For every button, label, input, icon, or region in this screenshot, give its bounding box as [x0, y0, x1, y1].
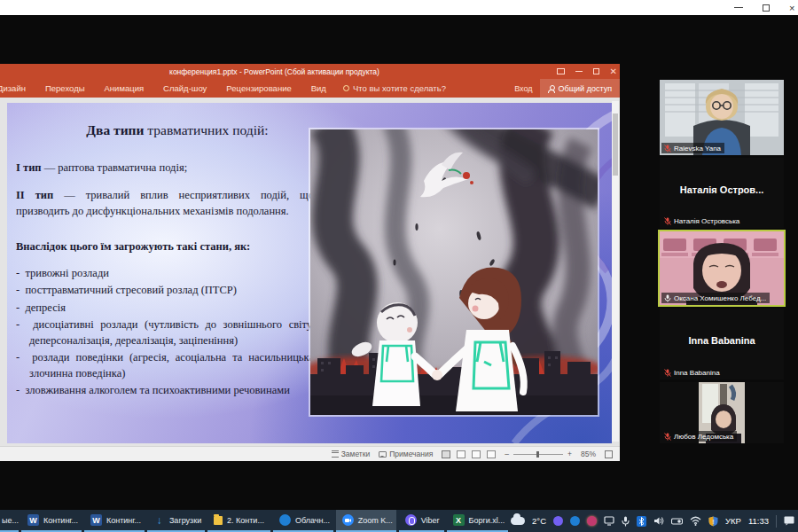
- powerpoint-status-bar: Заметки Примечания – + 85%: [0, 446, 620, 461]
- comments-icon: [379, 451, 387, 458]
- notes-icon: [332, 450, 339, 458]
- notes-button[interactable]: Заметки: [332, 450, 371, 458]
- viber-icon: [405, 514, 417, 526]
- powerpoint-ribbon-tabs: Дизайн Переходы Анимация Слайд-шоу Рецен…: [0, 79, 620, 98]
- sign-in-button[interactable]: Вход: [507, 84, 539, 93]
- participant-tile-ostrovska[interactable]: Наталія Остров... Наталія Островська: [660, 158, 784, 228]
- reading-view-icon[interactable]: [472, 450, 481, 458]
- window-restore-icon[interactable]: [763, 4, 770, 12]
- wifi-tray-icon[interactable]: [690, 516, 701, 526]
- security-shield-tray-icon[interactable]: !: [708, 516, 718, 527]
- word-icon: W: [90, 514, 102, 526]
- participant-tile-khomyshenko-active-speaker[interactable]: Оксана Хомишенко Лебед...: [660, 231, 784, 305]
- window-close-icon[interactable]: ×: [789, 3, 796, 13]
- pp-restore-icon[interactable]: [593, 68, 599, 74]
- participant-display-name: Наталія Остров...: [660, 184, 784, 195]
- window-minimize-icon[interactable]: [734, 7, 743, 8]
- pp-close-icon[interactable]: ✕: [610, 67, 617, 76]
- svg-text:!: !: [713, 518, 715, 524]
- tell-me-box[interactable]: Что вы хотите сделать?: [343, 83, 446, 93]
- participant-name-tag: Оксана Хомишенко Лебед...: [661, 293, 770, 303]
- powerpoint-window: конференция1.pptx - PowerPoint (Сбой акт…: [0, 64, 620, 461]
- app-tray-icon[interactable]: [587, 516, 597, 526]
- bullet-item: зловживання алкоголем та психоактивними …: [16, 383, 314, 399]
- participant-display-name: Inna Babanina: [660, 335, 784, 346]
- share-button[interactable]: Общий доступ: [540, 79, 620, 98]
- normal-view-icon[interactable]: [442, 450, 450, 458]
- taskbar-item-viber[interactable]: Viber: [399, 510, 444, 532]
- viber-tray-icon[interactable]: [553, 516, 563, 526]
- taskbar-item-folder[interactable]: 2. Конти...: [207, 510, 270, 532]
- slide-sorter-view-icon[interactable]: [457, 450, 466, 458]
- taskbar-item-word-2[interactable]: W Континг...: [84, 510, 145, 532]
- speaker-tray-icon[interactable]: [653, 516, 664, 526]
- clock[interactable]: 11:33: [748, 516, 769, 526]
- participant-name-tag: Inna Babanina: [661, 367, 724, 378]
- zoom-meeting-screen: × конференция1.pptx - PowerPoint (Сбой а…: [0, 0, 798, 532]
- tab-review[interactable]: Рецензирование: [216, 83, 301, 93]
- word-icon: W: [27, 514, 39, 526]
- mic-icon: [664, 294, 671, 302]
- taskbar-item-excel[interactable]: X Борги.xl...: [447, 510, 509, 532]
- taskbar-item-cut[interactable]: ые...: [0, 510, 19, 532]
- taskbar-item-word-1[interactable]: W Континг...: [21, 510, 82, 532]
- participant-name-tag: Наталія Островська: [661, 215, 743, 226]
- tray-separator: [776, 515, 777, 528]
- weather-temperature[interactable]: 2°C: [532, 516, 546, 526]
- excel-icon: X: [453, 514, 465, 526]
- person-icon: [548, 85, 555, 92]
- participant-name-tag: Raievska Yana: [661, 143, 724, 153]
- slide-paragraph-type2: ІІ тип — тривалий вплив несприятливих по…: [16, 187, 314, 219]
- tab-transitions[interactable]: Переходы: [35, 83, 95, 93]
- display-tray-icon[interactable]: [604, 516, 614, 526]
- bullet-item: дисоціативні розлади (чутливість до зовн…: [16, 317, 314, 348]
- outer-window-titlebar: ×: [0, 0, 798, 15]
- lightbulb-icon: [343, 85, 349, 91]
- muted-mic-icon: [664, 433, 671, 441]
- bluetooth-tray-icon[interactable]: [637, 516, 646, 527]
- zoom-slider[interactable]: [513, 454, 563, 455]
- taskbar-item-zoom-active[interactable]: Zoom K...: [336, 510, 396, 532]
- slide-editing-area: Два типи травматичних подій: І тип — рап…: [0, 98, 620, 446]
- notification-center-icon[interactable]: [784, 516, 794, 526]
- language-indicator[interactable]: УКР: [725, 516, 741, 526]
- bullet-item: депресія: [16, 301, 314, 317]
- participant-name-tag: Любов Ледомська: [661, 431, 737, 442]
- slideshow-view-icon[interactable]: [487, 450, 496, 458]
- taskbar-item-downloads[interactable]: ↓ Загрузки: [147, 510, 205, 532]
- weather-cloud-icon[interactable]: [511, 517, 525, 525]
- pp-minimize-icon[interactable]: [575, 71, 583, 72]
- tab-slideshow[interactable]: Слайд-шоу: [153, 83, 216, 93]
- tab-view[interactable]: Вид: [301, 83, 336, 93]
- tab-design[interactable]: Дизайн: [0, 83, 35, 93]
- zoom-in-button[interactable]: +: [567, 450, 572, 458]
- tab-animations[interactable]: Анимация: [95, 83, 154, 93]
- projector-tray-icon[interactable]: [671, 517, 683, 526]
- bullet-item: посттравматичний стресовий розлад (ПТСР): [16, 283, 314, 299]
- fit-slide-icon[interactable]: [605, 450, 613, 458]
- slide-title: Два типи травматичних подій:: [44, 122, 310, 138]
- ribbon-options-icon[interactable]: [557, 68, 565, 74]
- microphone-tray-icon[interactable]: [622, 516, 630, 527]
- zoom-app-icon: [342, 514, 354, 526]
- cloud-app-icon: [279, 514, 291, 526]
- slide: Два типи травматичних подій: І тип — рап…: [7, 103, 612, 443]
- participant-tile-babanina[interactable]: Inna Babanina Inna Babanina: [660, 309, 784, 379]
- participant-tile-raievska[interactable]: Raievska Yana: [660, 80, 784, 155]
- slide-consequences-heading: Внаслідок цього їм загрожують такі стани…: [16, 239, 314, 254]
- slide-illustration-children-dove: [310, 129, 598, 415]
- participant-tile-ledomska[interactable]: Любов Ледомська: [660, 382, 784, 443]
- taskbar-item-cloud[interactable]: Облачн...: [273, 510, 333, 532]
- powerpoint-title: конференция1.pptx - PowerPoint (Сбой акт…: [0, 67, 549, 76]
- muted-mic-icon: [664, 369, 671, 377]
- muted-mic-icon: [664, 145, 671, 153]
- bullet-item: розлади поведінки (агресія, асоціальна т…: [16, 350, 314, 381]
- cloud-tray-icon[interactable]: [570, 516, 580, 526]
- zoom-level[interactable]: 85%: [581, 450, 596, 458]
- vertical-scrollbar[interactable]: [612, 101, 619, 442]
- zoom-out-button[interactable]: –: [505, 450, 509, 458]
- download-icon: ↓: [153, 514, 165, 526]
- powerpoint-titlebar: конференция1.pptx - PowerPoint (Сбой акт…: [0, 64, 620, 79]
- slide-body-text: І тип — раптова травматична подія; ІІ ти…: [16, 160, 314, 401]
- comments-button[interactable]: Примечания: [379, 450, 433, 458]
